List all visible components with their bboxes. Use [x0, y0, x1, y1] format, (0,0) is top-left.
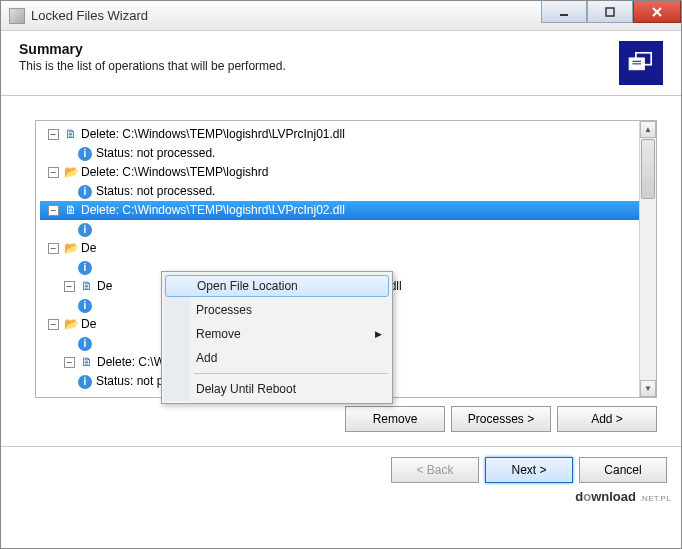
scroll-thumb[interactable] — [641, 139, 655, 199]
menu-item-label: Open File Location — [197, 279, 298, 293]
back-button[interactable]: < Back — [391, 457, 479, 483]
wizard-header: Summary This is the list of operations t… — [1, 31, 681, 96]
titlebar: Locked Files Wizard — [1, 1, 681, 31]
tree-item-selected[interactable]: − 🗎 Delete: C:\Windows\TEMP\logishrd\LVP… — [40, 201, 656, 220]
folder-icon: 📂 — [63, 315, 79, 334]
watermark: download .NET.PL — [575, 489, 671, 504]
submenu-arrow-icon: ▶ — [375, 329, 382, 339]
scroll-up-button[interactable]: ▲ — [640, 121, 656, 138]
watermark-suffix: .NET.PL — [640, 494, 671, 503]
remove-button[interactable]: Remove — [345, 406, 445, 432]
file-icon: 🗎 — [79, 353, 95, 372]
svg-rect-1 — [606, 8, 614, 16]
file-icon: 🗎 — [79, 277, 95, 296]
folder-icon: 📂 — [63, 239, 79, 258]
tree-item-label: Delete: C:\Windows\TEMP\logishrd\LVPrcIn… — [81, 201, 345, 220]
tree-item-label: Delete: C:\Windows\TEMP\logishrd\LVPrcIn… — [81, 125, 345, 144]
menu-item-label: Remove — [196, 327, 241, 341]
menu-item-label: Add — [196, 351, 217, 365]
tree-item-label: De — [81, 239, 96, 258]
menu-open-file-location[interactable]: Open File Location — [165, 275, 389, 297]
maximize-button[interactable] — [587, 1, 633, 23]
collapse-icon[interactable]: − — [48, 167, 59, 178]
info-icon: i — [78, 261, 92, 275]
info-icon: i — [78, 147, 92, 161]
close-button[interactable] — [633, 1, 681, 23]
window-title: Locked Files Wizard — [31, 8, 148, 23]
info-icon: i — [78, 223, 92, 237]
menu-add[interactable]: Add — [164, 346, 390, 370]
tree-item-label: De — [97, 277, 112, 296]
menu-separator — [194, 373, 388, 374]
tree-status: i Status: not processed. — [40, 182, 656, 201]
wizard-icon — [619, 41, 663, 85]
status-label: Status: not processed. — [96, 182, 215, 201]
menu-delay-until-reboot[interactable]: Delay Until Reboot — [164, 377, 390, 401]
page-subtext: This is the list of operations that will… — [19, 59, 619, 73]
collapse-icon[interactable]: − — [48, 319, 59, 330]
info-icon: i — [78, 337, 92, 351]
next-button[interactable]: Next > — [485, 457, 573, 483]
collapse-icon[interactable]: − — [48, 243, 59, 254]
file-icon: 🗎 — [63, 125, 79, 144]
tree-status: i — [40, 220, 656, 239]
context-menu: Open File Location Processes Remove ▶ Ad… — [161, 271, 393, 404]
app-icon — [9, 8, 25, 24]
tree-item[interactable]: − 🗎 Delete: C:\Windows\TEMP\logishrd\LVP… — [40, 125, 656, 144]
vertical-scrollbar[interactable]: ▲ ▼ — [639, 121, 656, 397]
status-label: Status: not processed. — [96, 144, 215, 163]
file-icon: 🗎 — [63, 201, 79, 220]
processes-button[interactable]: Processes > — [451, 406, 551, 432]
action-row: Remove Processes > Add > — [35, 406, 657, 432]
minimize-button[interactable] — [541, 1, 587, 23]
menu-remove[interactable]: Remove ▶ — [164, 322, 390, 346]
tree-status: i Status: not processed. — [40, 144, 656, 163]
tree-item[interactable]: − 📂 Delete: C:\Windows\TEMP\logishrd — [40, 163, 656, 182]
wizard-footer: < Back Next > Cancel — [1, 446, 681, 493]
tree-item-label: De — [81, 315, 96, 334]
info-icon: i — [78, 299, 92, 313]
folder-icon: 📂 — [63, 163, 79, 182]
menu-item-label: Delay Until Reboot — [196, 382, 296, 396]
collapse-icon[interactable]: − — [48, 205, 59, 216]
cancel-button[interactable]: Cancel — [579, 457, 667, 483]
collapse-icon[interactable]: − — [64, 281, 75, 292]
scroll-down-button[interactable]: ▼ — [640, 380, 656, 397]
collapse-icon[interactable]: − — [48, 129, 59, 140]
info-icon: i — [78, 375, 92, 389]
info-icon: i — [78, 185, 92, 199]
collapse-icon[interactable]: − — [64, 357, 75, 368]
watermark-text: download — [575, 489, 636, 504]
tree-item[interactable]: − 📂 De — [40, 239, 656, 258]
menu-processes[interactable]: Processes — [164, 298, 390, 322]
window-controls — [541, 1, 681, 23]
page-heading: Summary — [19, 41, 619, 57]
menu-item-label: Processes — [196, 303, 252, 317]
add-button[interactable]: Add > — [557, 406, 657, 432]
tree-item-label: Delete: C:\Windows\TEMP\logishrd — [81, 163, 268, 182]
